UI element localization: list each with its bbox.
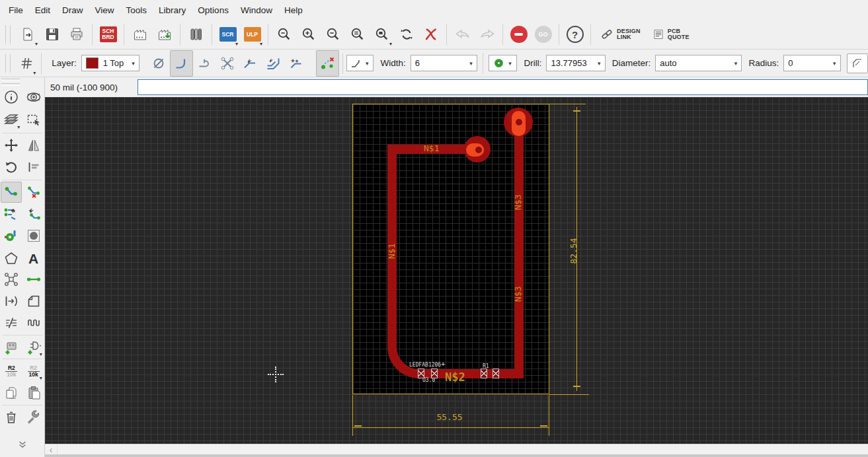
- ripup-tool[interactable]: [23, 182, 44, 203]
- cam-output-button[interactable]: [152, 21, 177, 48]
- mirror-tool[interactable]: [23, 135, 44, 156]
- toolbar-grip[interactable]: [5, 25, 11, 44]
- sidebar-grip[interactable]: [1, 79, 20, 81]
- redo-button[interactable]: [475, 21, 499, 48]
- smd-pad: [481, 369, 487, 378]
- ulp-icon: ULP: [244, 27, 261, 42]
- info-tool[interactable]: [1, 87, 22, 108]
- zoom-out-button[interactable]: [321, 21, 345, 48]
- save-button[interactable]: [40, 21, 64, 48]
- smd-pad: [418, 369, 424, 378]
- menu-help[interactable]: Help: [278, 2, 309, 18]
- cancel-command-button[interactable]: [418, 21, 443, 48]
- scroll-left-button[interactable]: ‹: [45, 444, 57, 455]
- go-button[interactable]: GO: [531, 21, 555, 48]
- bend-45-button[interactable]: [239, 50, 262, 77]
- bend-ignore-button[interactable]: [147, 50, 170, 77]
- show-tool[interactable]: [23, 87, 44, 108]
- board-canvas[interactable]: N$1 N$1 N$3 N$3 N$2 LEDFAB1206+ U3.0 R1 …: [45, 97, 868, 444]
- command-input[interactable]: [138, 79, 868, 95]
- zoom-in-button[interactable]: [296, 21, 321, 48]
- layer-select[interactable]: 1 Top ▾: [81, 55, 139, 71]
- diameter-select[interactable]: auto ▾: [655, 55, 742, 71]
- design-link-button[interactable]: DESIGNLINK: [594, 24, 647, 44]
- copy-tool[interactable]: [1, 382, 22, 404]
- scrollbar-track[interactable]: [57, 444, 868, 455]
- delete-tool[interactable]: [1, 407, 22, 428]
- circle-tool[interactable]: [23, 225, 44, 246]
- add-part-tool[interactable]: [1, 337, 22, 358]
- zoom-redraw-button[interactable]: [394, 21, 418, 48]
- menu-view[interactable]: View: [89, 2, 120, 18]
- group-select-tool[interactable]: [23, 110, 44, 131]
- signal-tool[interactable]: [23, 269, 44, 290]
- bend-90-double-icon: [265, 55, 281, 71]
- menu-library[interactable]: Library: [153, 2, 192, 18]
- rotate-tool[interactable]: [1, 157, 22, 178]
- route-airwire-tool[interactable]: [23, 203, 44, 225]
- go-icon: GO: [535, 26, 552, 43]
- split-tool[interactable]: [1, 312, 22, 334]
- route-differential-tool[interactable]: [1, 203, 22, 225]
- text-tool[interactable]: A: [23, 248, 44, 269]
- radius-select[interactable]: 0 ▾: [783, 55, 840, 71]
- menu-window[interactable]: Window: [235, 2, 278, 18]
- miter-button[interactable]: [847, 53, 868, 73]
- stop-button[interactable]: [506, 21, 531, 48]
- ratsnest-tool[interactable]: [1, 269, 22, 290]
- zoom-select-button[interactable]: ▾: [370, 21, 394, 48]
- meander-tool[interactable]: [23, 312, 44, 334]
- route-bolt-icon: [26, 206, 42, 222]
- drill-select[interactable]: 13.77953 ▾: [546, 55, 605, 71]
- eagle-board-editor-window: File Edit Draw View Tools Library Option…: [0, 0, 868, 457]
- sidebar-grip[interactable]: [1, 83, 20, 86]
- width-select[interactable]: 6 ▾: [411, 55, 477, 71]
- menu-tools[interactable]: Tools: [120, 2, 153, 18]
- value-edit-tool[interactable]: R2 10k ▾: [23, 361, 44, 382]
- cam-processor-button[interactable]: [128, 21, 152, 48]
- bend-freehand-button[interactable]: [284, 50, 307, 77]
- ripup-icon: [26, 184, 42, 200]
- name-tool[interactable]: [23, 157, 44, 178]
- print-button[interactable]: [64, 21, 89, 48]
- via-tool[interactable]: [1, 225, 22, 246]
- paste-tool[interactable]: [23, 382, 44, 404]
- display-layers-tool[interactable]: ▾: [1, 110, 22, 131]
- undo-button[interactable]: [450, 21, 475, 48]
- polygon-edit-tool[interactable]: [23, 291, 44, 312]
- library-button[interactable]: [184, 21, 208, 48]
- ripup-bends-button[interactable]: [216, 50, 239, 77]
- bend-90-button[interactable]: [262, 50, 285, 77]
- pcb-quote-button[interactable]: PCBQUOTE: [647, 24, 695, 44]
- route-tool[interactable]: [1, 182, 22, 203]
- grid-button[interactable]: ▾: [15, 50, 38, 77]
- menu-file[interactable]: File: [3, 2, 29, 18]
- run-script-button[interactable]: SCR ▾: [216, 21, 240, 48]
- open-board-button[interactable]: ▾: [15, 21, 40, 48]
- change-tool[interactable]: [23, 407, 44, 428]
- command-row: 50 mil (-100 900): [45, 77, 868, 97]
- switch-sch-brd-button[interactable]: SCHBRD: [96, 21, 120, 48]
- follow-me-router-button[interactable]: [316, 50, 339, 77]
- horizontal-scrollbar[interactable]: ‹: [45, 444, 868, 455]
- menu-edit[interactable]: Edit: [29, 2, 56, 18]
- name-edit-tool[interactable]: R2 10k: [1, 361, 22, 382]
- menu-options[interactable]: Options: [192, 2, 235, 18]
- zoom-exact-button[interactable]: [345, 21, 370, 48]
- toolbar-grip[interactable]: [5, 54, 11, 73]
- expand-toolbar-button[interactable]: [16, 439, 29, 450]
- zoom-fit-button[interactable]: [272, 21, 296, 48]
- route-icon: [3, 184, 19, 200]
- bend-flat-button[interactable]: [193, 50, 216, 77]
- polygon-tool[interactable]: [1, 248, 22, 269]
- attribute-tool[interactable]: [1, 291, 22, 312]
- menu-draw[interactable]: Draw: [56, 2, 89, 18]
- add-device-tool[interactable]: ▾: [23, 337, 44, 358]
- bend-round-button[interactable]: [170, 50, 193, 77]
- run-ulp-button[interactable]: ULP ▾: [240, 21, 264, 48]
- via-shape-select[interactable]: ▾: [489, 55, 517, 71]
- crosshair-cursor-icon: [275, 367, 276, 382]
- move-tool[interactable]: [1, 135, 22, 156]
- help-button[interactable]: ?: [563, 21, 587, 48]
- bend-style-select[interactable]: ▾: [346, 55, 374, 71]
